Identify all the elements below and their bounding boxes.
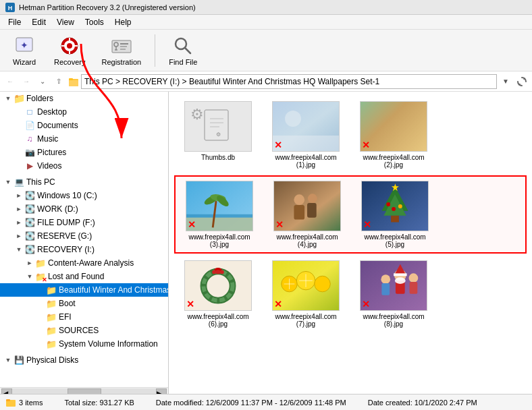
img6-thumbnail: ✕ — [184, 260, 252, 311]
svg-point-44 — [308, 194, 317, 203]
tree-drive-d[interactable]: ► 💽 WORK (D:) — [0, 202, 168, 216]
svg-rect-15 — [120, 43, 128, 45]
menu-edit[interactable]: Edit — [26, 16, 51, 28]
tree-drive-c[interactable]: ► 💽 Windows 10 (C:) — [0, 189, 168, 202]
videos-icon: ▶ — [24, 160, 35, 171]
tree-folders-header[interactable]: ▼ 📁 Folders — [0, 92, 168, 105]
folder-status-icon — [5, 397, 16, 408]
efi-label: EFI — [59, 312, 72, 322]
expand-physical[interactable]: ▼ — [3, 355, 14, 365]
svg-point-53 — [392, 207, 396, 211]
tree-sources[interactable]: 📁 SOURCES — [0, 324, 168, 337]
music-icon: ♫ — [24, 134, 35, 144]
tree-beautiful-winter[interactable]: 📁 Beautiful Winter And Christmas... — [0, 283, 168, 297]
address-dropdown[interactable]: ▼ — [498, 74, 513, 89]
nav-forward[interactable]: → — [19, 74, 34, 89]
findfile-button[interactable]: Find File — [163, 32, 203, 69]
file-thumbsdb[interactable]: ⚙ ⚙ Thumbs.db — [174, 97, 262, 173]
file-img8[interactable]: ✕ www.freepix4all.com (8).jpg — [350, 256, 437, 332]
tree-content-aware[interactable]: ► 📁 Content-Aware Analysis — [0, 256, 168, 270]
svg-point-6 — [67, 43, 72, 49]
tree-system-volume[interactable]: 📁 System Volume Information — [0, 337, 168, 351]
img6-error-badge: ✕ — [186, 299, 194, 309]
svg-rect-22 — [69, 78, 73, 80]
sources-label: SOURCES — [59, 326, 99, 335]
img3-label: www.freepix4all.com (3).jpg — [179, 233, 260, 248]
svg-rect-33 — [273, 136, 340, 152]
nav-back[interactable]: ← — [3, 74, 18, 89]
expand-d[interactable]: ► — [14, 204, 24, 214]
svg-rect-49 — [391, 216, 399, 223]
registration-button[interactable]: Registration — [96, 32, 147, 69]
tree-desktop[interactable]: □ Desktop — [0, 105, 168, 119]
tree-drive-g[interactable]: ► 💽 RESERVE (G:) — [0, 229, 168, 243]
img1-label: www.freepix4all.com (1).jpg — [265, 154, 346, 169]
expand-lostfound[interactable]: ▼ — [24, 271, 35, 282]
title-text: Hetman Partition Recovery 3.2 (Unregiste… — [19, 3, 196, 11]
file-img4[interactable]: ✕ www.freepix4all.com (4).jpg — [263, 177, 351, 252]
expand-folders[interactable]: ▼ — [3, 93, 14, 104]
status-left: 3 items — [5, 397, 43, 408]
img1-error-badge: ✕ — [274, 140, 282, 150]
img8-error-badge: ✕ — [362, 299, 370, 309]
address-bar: ← → ⌄ ⇧ ▼ — [0, 71, 532, 92]
address-input[interactable] — [81, 74, 497, 89]
tree-physical-disks[interactable]: ▼ 💾 Physical Disks — [0, 353, 168, 367]
expand-content[interactable]: ► — [24, 258, 35, 268]
nav-recent[interactable]: ⌄ — [35, 74, 50, 89]
file-row-3: ✕ www.freepix4all.com (6).jpg — [174, 256, 527, 332]
refresh-button[interactable] — [514, 74, 529, 89]
wizard-button[interactable]: ✦ Wizard — [5, 32, 43, 69]
file-img6[interactable]: ✕ www.freepix4all.com (6).jpg — [174, 256, 262, 332]
nav-up[interactable]: ⇧ — [51, 74, 66, 89]
menu-help[interactable]: Help — [109, 16, 137, 28]
svg-rect-16 — [120, 46, 127, 47]
menu-file[interactable]: File — [3, 16, 26, 28]
status-count: 3 items — [19, 399, 43, 407]
toolbar-separator — [155, 34, 155, 67]
tree-lost-found[interactable]: ▼ 📁 ✕ Lost and Found — [0, 270, 168, 283]
toolbar: ✦ Wizard Recovery Registration — [0, 30, 532, 71]
folder-icon — [68, 76, 80, 88]
main-content: ▼ 📁 Folders □ Desktop 📄 Documents ♫ Musi… — [0, 92, 532, 394]
tree-drive-f[interactable]: ► 💽 FILE DUMP (F:) — [0, 216, 168, 229]
wizard-icon: ✦ — [14, 35, 35, 57]
tree-pictures[interactable]: 📷 Pictures — [0, 146, 168, 159]
content-aware-label: Content-Aware Analysis — [48, 258, 134, 268]
tree-thispc-header[interactable]: ▼ 💻 This PC — [0, 175, 168, 189]
tree-documents[interactable]: 📄 Documents — [0, 119, 168, 132]
hscroll-right[interactable]: ▶ — [156, 388, 167, 394]
expand-c[interactable]: ► — [14, 190, 24, 201]
menu-bar: File Edit View Tools Help — [0, 15, 532, 30]
thispc-icon: 💻 — [14, 177, 24, 187]
svg-point-73 — [395, 277, 406, 284]
svg-point-76 — [409, 273, 419, 283]
thumbsdb-label: Thumbs.db — [201, 154, 235, 161]
file-img5[interactable]: ✕ www.freepix4all.com (5).jpg — [351, 177, 439, 252]
menu-view[interactable]: View — [51, 16, 80, 28]
file-img1[interactable]: ✕ www.freepix4all.com (1).jpg — [262, 97, 350, 173]
expand-thispc[interactable]: ▼ — [3, 177, 14, 187]
content-aware-icon: 📁 — [35, 258, 46, 268]
file-img3[interactable]: ✕ www.freepix4all.com (3).jpg — [176, 177, 263, 252]
tree-videos[interactable]: ▶ Videos — [0, 159, 168, 173]
expand-i[interactable]: ▼ — [14, 244, 24, 255]
tree-efi[interactable]: 📁 EFI — [0, 310, 168, 324]
recovery-button[interactable]: Recovery — [49, 32, 90, 69]
physical-disks-icon: 💾 — [14, 355, 24, 365]
img5-thumbnail: ✕ — [361, 181, 429, 231]
svg-rect-75 — [381, 283, 390, 295]
folders-label: Folders — [26, 94, 53, 103]
tree-drive-i[interactable]: ▼ 💽 RECOVERY (I:) — [0, 243, 168, 256]
tree-boot[interactable]: 📁 Boot — [0, 297, 168, 310]
file-img7[interactable]: ✕ www.freepix4all.com (7).jpg — [262, 256, 350, 332]
svg-line-19 — [185, 48, 190, 53]
hscroll-left[interactable]: ◀ — [1, 388, 12, 394]
expand-g[interactable]: ► — [14, 231, 24, 241]
file-img2[interactable]: ✕ www.freepix4all.com (2).jpg — [350, 97, 437, 173]
expand-f[interactable]: ► — [14, 217, 24, 228]
tree-music[interactable]: ♫ Music — [0, 132, 168, 146]
right-panel: ⚙ ⚙ Thumbs.db — [169, 92, 532, 394]
sources-icon: 📁 — [46, 325, 57, 336]
menu-tools[interactable]: Tools — [80, 16, 109, 28]
